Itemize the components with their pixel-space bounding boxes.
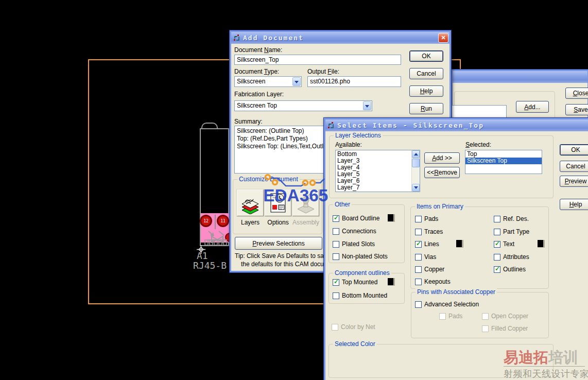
brand-watermark-red-text: 易迪拓 [504, 349, 548, 366]
checkbox-keepouts[interactable]: Keepouts [415, 278, 451, 285]
board-outline-color-swatch[interactable] [388, 214, 395, 222]
document-name-input[interactable]: Silkscreen_Top [234, 55, 401, 65]
add-button[interactable]: Add... [516, 101, 549, 113]
checkbox-label: Pads [424, 215, 438, 222]
pad-number: 11 [220, 219, 226, 223]
available-label: Available: [335, 141, 362, 148]
background-dialog-titlebar[interactable] [453, 71, 587, 83]
save-button[interactable]: Save [565, 104, 588, 115]
select-items-title: Select Items - Silkscreen_Top [337, 122, 484, 129]
layer-selections-label: Layer Selections [334, 132, 383, 139]
lines-color-swatch[interactable] [456, 240, 463, 248]
checkbox-label: Copper [424, 266, 444, 273]
ok-button[interactable]: OK [560, 144, 588, 156]
output-file-input[interactable]: sst001126.pho [307, 76, 401, 87]
checkbox-lines[interactable]: Lines [415, 240, 439, 248]
run-button[interactable]: Run [409, 103, 443, 114]
checkbox-box[interactable] [333, 241, 339, 248]
close-window-icon[interactable] [438, 33, 448, 43]
checkbox-connections[interactable]: Connections [333, 228, 376, 235]
document-name-label: Document Name: [234, 46, 282, 54]
checkbox-bottom-mounted[interactable]: Bottom Mounted [333, 292, 387, 299]
checkbox-box[interactable] [415, 266, 422, 273]
checkbox-box[interactable] [494, 229, 500, 235]
selected-listbox[interactable]: Top Silkscreen Top [465, 150, 542, 174]
checkbox-box[interactable] [494, 216, 500, 222]
component-outlines-group: Component outlines [328, 273, 405, 304]
pcb-origin-crosshair-icon [197, 245, 205, 254]
checkbox-pads[interactable]: Pads [415, 215, 438, 222]
checkbox-box[interactable] [333, 279, 339, 286]
select-items-titlebar[interactable]: Select Items - Silkscreen_Top [325, 119, 588, 131]
checkbox-box[interactable] [415, 216, 422, 222]
scroll-down-icon[interactable] [412, 184, 420, 192]
available-listbox[interactable]: Bottom Layer_3 Layer_4 Layer_5 Layer_6 L… [335, 150, 420, 192]
checkbox-box[interactable] [415, 301, 422, 308]
text-color-swatch[interactable] [538, 240, 545, 248]
checkbox-label: Attributes [503, 253, 529, 261]
remove-layers-button[interactable]: <<Remove [424, 167, 460, 178]
checkbox-box[interactable] [494, 254, 500, 261]
document-type-value: Silkscreen [235, 77, 292, 86]
document-type-combobox[interactable]: Silkscreen [234, 76, 302, 87]
checkbox-plated-slots[interactable]: Plated Slots [333, 240, 375, 248]
top-mounted-color-swatch[interactable] [388, 278, 395, 286]
checkbox-outlines[interactable]: Outlines [494, 266, 526, 273]
checkbox-box[interactable] [415, 229, 422, 235]
checkbox-label: Keepouts [424, 278, 451, 285]
checkbox-open-copper: Open Copper [482, 313, 528, 320]
preview-selections-button[interactable]: Preview Selections [235, 237, 322, 250]
checkbox-color-by-net: Color by Net [332, 323, 375, 331]
checkbox-box[interactable] [415, 279, 422, 285]
summary-label: Summary: [234, 118, 263, 125]
scroll-thumb[interactable] [412, 159, 420, 167]
checkbox-part-type[interactable]: Part Type [494, 228, 529, 235]
pcb-pad-12: 12 [200, 215, 212, 227]
brand-watermark: 易迪拓培训 射频和天线设计专家 [504, 349, 588, 380]
close-button[interactable]: Close [565, 88, 588, 99]
chevron-down-icon[interactable] [363, 101, 371, 110]
checkbox-non-plated-slots[interactable]: Non-plated Slots [333, 253, 388, 260]
checkbox-vias[interactable]: Vias [415, 253, 436, 261]
checkbox-box[interactable] [494, 241, 500, 248]
checkbox-label: Pads [448, 313, 462, 320]
other-group-label: Other [333, 201, 352, 208]
cam-doc-icon [233, 34, 240, 42]
scrollbar[interactable] [411, 150, 420, 192]
checkbox-advanced-selection[interactable]: Advanced Selection [415, 301, 479, 308]
checkbox-text[interactable]: Text [494, 240, 514, 248]
selected-color-label: Selected Color [333, 340, 377, 348]
output-file-label: Output File: [307, 68, 339, 75]
checkbox-copper[interactable]: Copper [415, 266, 444, 273]
checkbox-attributes[interactable]: Attributes [494, 253, 529, 261]
checkbox-box[interactable] [333, 292, 339, 299]
checkbox-pins-pads: Pads [439, 313, 462, 320]
checkbox-box[interactable] [333, 228, 339, 235]
checkbox-box [482, 313, 489, 320]
add-layers-button[interactable]: Add >> [424, 152, 460, 164]
list-item[interactable]: Layer_7 [336, 184, 411, 191]
fabrication-layer-combobox[interactable]: Silkscreen Top [234, 100, 372, 111]
cancel-button[interactable]: Cancel [409, 68, 443, 79]
checkbox-top-mounted[interactable]: Top Mounted [333, 279, 377, 286]
add-document-titlebar[interactable]: Add Document [231, 32, 449, 44]
tip-text-line1: Tip: Click Save As Defaults to save [235, 252, 331, 260]
help-button[interactable]: Help [560, 199, 588, 210]
help-button[interactable]: Help [409, 85, 443, 97]
chevron-down-icon[interactable] [292, 77, 301, 86]
checkbox-traces[interactable]: Traces [415, 228, 443, 235]
preview-button[interactable]: Preview [560, 176, 588, 187]
pcb-pin-stubs [204, 239, 229, 246]
scroll-up-icon[interactable] [412, 150, 420, 158]
list-item-selected[interactable]: Silkscreen Top [465, 158, 542, 164]
checkbox-ref-des[interactable]: Ref. Des. [494, 215, 529, 222]
ok-button[interactable]: OK [409, 50, 443, 62]
checkbox-board-outline[interactable]: Board Outline [333, 215, 379, 222]
checkbox-box[interactable] [333, 253, 339, 260]
cancel-button[interactable]: Cancel [560, 161, 588, 172]
select-items-window: Select Items - Silkscreen_Top Layer Sele… [323, 117, 588, 380]
checkbox-box[interactable] [494, 266, 500, 273]
checkbox-box[interactable] [415, 254, 422, 261]
checkbox-box[interactable] [333, 215, 339, 222]
checkbox-box[interactable] [415, 241, 422, 248]
